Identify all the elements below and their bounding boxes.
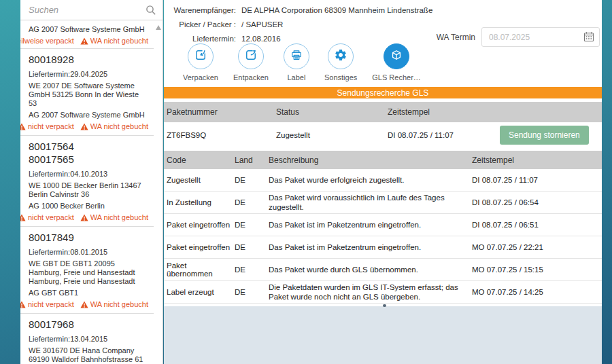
col-zeitstempel: Zeitstempel [388,107,500,117]
history-timestamp: DI 08.07.25 / 06:54 [472,198,602,206]
col-history-zeitstempel: Zeitstempel [472,156,602,165]
history-timestamp: MO 07.07.25 / 22:21 [472,243,602,251]
delivery-date: Liefertermin:29.04.2025 [29,70,148,79]
delivery-numbers: 80017849 [29,231,148,244]
warning-badge: nicht verpackt [20,213,74,222]
toolbar-button-entpacken[interactable]: Entpacken [233,43,269,81]
delivery-header: Warenempfänger: DE ALPHA Corporation 683… [164,0,602,42]
delivery-list-item[interactable]: 80018928Liefertermin:29.04.2025WE 2007 D… [20,49,154,136]
pack-into-box-icon [194,48,207,65]
history-table: Code Land Beschreibung Zeitstempel Zuges… [164,151,602,304]
toolbar-button-label: Label [288,73,306,81]
warning-triangle-icon [20,123,26,130]
printer-icon [290,48,303,65]
history-table-body: ZugestelltDEDas Paket wurde erfolgreich … [164,169,602,304]
ship-to-address: WE GBT DE GBT1 20095 Hamburg, Freie und … [29,259,148,286]
delivery-sidebar: AG 2007 Software Systeme GmbHteilweise v… [20,0,163,364]
toolbar-button-verpacken[interactable]: Verpacken [183,43,218,81]
ware-recipient-value: DE ALPHA Corporation 68309 Mannheim Lind… [241,3,432,18]
gear-icon [334,48,347,65]
warning-badge: WA nicht gebucht [80,300,148,309]
history-row: Label erzeugtDEDie Paketdaten wurden im … [164,281,602,304]
scroll-up-arrow-icon[interactable] [156,25,161,30]
warning-badge: WA nicht gebucht [80,122,148,131]
history-description: Das Paket wurde durch GLS übernommen. [269,265,472,274]
history-description: Das Paket wird voraussichtlich im Laufe … [269,193,472,212]
search-icon[interactable] [146,5,156,16]
picker-packer-value: / SAPUSER [241,18,283,32]
col-code: Code [167,156,235,165]
shipment-table-header: Paketnummer Status Zeitstempel [164,102,602,122]
delivery-numbers: 8001756480017565 [29,140,148,166]
history-timestamp: DI 08.07.25 / 11:07 [472,176,602,184]
warning-triangle-icon [80,214,88,221]
warning-badge: teilweise verpackt [20,37,74,46]
delivery-date: Liefertermin:08.01.2015 [29,248,148,257]
warning-badge: nicht verpackt [20,300,74,309]
history-row: Paket übernommenDEDas Paket wurde durch … [164,259,602,281]
toolbar-button-label: Sonstiges [324,73,357,81]
warning-triangle-icon [20,214,26,221]
toolbar-button-gls-recher[interactable]: GLS Recher… [372,43,421,81]
warning-row: nicht verpacktWA nicht gebucht [29,300,148,309]
warning-badge: WA nicht gebucht [80,213,148,222]
content-footer-area [164,306,602,364]
liefertermin-label: Liefertermin: [164,32,236,46]
history-timestamp: MO 07.07.25 / 14:25 [472,288,602,296]
shipment-panel: Warenempfänger: DE ALPHA Corporation 683… [164,0,602,364]
ware-recipient-label: Warenempfänger: [164,3,236,18]
search-input[interactable] [20,0,163,20]
delivery-numbers: 80018928 [29,53,148,66]
gls-parcel-icon [390,48,403,65]
history-code: Paket übernommen [167,261,235,278]
picker-packer-label: Picker / Packer : [164,18,236,32]
warning-triangle-icon [80,37,88,45]
toolbar-button-label: Verpacken [183,73,218,81]
delivery-date: Liefertermin:13.04.2015 [29,335,148,344]
history-description: Das Paket wurde erfolgreich zugestellt. [269,175,472,185]
history-row: ZugestelltDEDas Paket wurde erfolgreich … [164,169,602,192]
col-status: Status [276,107,388,117]
delivery-list-item[interactable]: 8001756480017565Liefertermin:04.10.2013W… [20,136,154,227]
history-code: In Zustellung [167,198,235,206]
sold-to-party: AG 2007 Software Systeme GmbH [29,25,148,34]
warning-triangle-icon [80,301,88,308]
sold-to-party: AG GBT GBT1 [29,289,148,297]
history-timestamp: DI 08.07.25 / 06:51 [472,221,602,229]
delivery-list-item[interactable]: AG 2007 Software Systeme GmbHteilweise v… [20,21,154,49]
history-land: DE [235,221,269,229]
delivery-list-item[interactable]: 80017849Liefertermin:08.01.2015WE GBT DE… [20,227,154,314]
toolbar-button-sonstiges[interactable]: Sonstiges [324,43,357,81]
warning-badge: nicht verpackt [20,122,74,131]
delivery-list-item[interactable]: 80017968Liefertermin:13.04.2015WE 301670… [20,314,154,364]
warning-row: nicht verpacktWA nicht gebucht [29,122,148,131]
warning-triangle-icon [20,301,26,308]
toolbar-button-label: GLS Recher… [372,73,421,81]
history-table-header: Code Land Beschreibung Zeitstempel [164,151,602,169]
warning-row: nicht verpacktWA nicht gebucht [29,213,148,222]
sold-to-party: AG 2007 Software Systeme GmbH [29,111,148,120]
sidebar-scrollbar[interactable] [154,21,163,364]
wa-termin-field: WA Termin [437,27,600,47]
status-value: Zugestellt [276,131,388,139]
delivery-numbers: 80017968 [29,318,148,331]
ship-to-address: WE 1000 DE Becker Berlin 13467 Berlin Ca… [29,181,148,199]
liefertermin-value: 12.08.2016 [241,32,281,46]
wa-termin-input[interactable] [481,27,600,47]
delivery-date: Liefertermin:04.10.2013 [29,170,148,179]
toolbar-button-label[interactable]: Label [284,43,309,81]
calendar-icon[interactable] [583,31,594,42]
col-beschreibung: Beschreibung [269,156,472,165]
history-code: Paket eingetroffen [167,243,235,251]
shipment-table: Paketnummer Status Zeitstempel ZT6FBS9Q … [164,102,602,147]
resize-handle[interactable] [383,304,386,307]
warning-row: teilweise verpacktWA nicht gebucht [29,37,148,46]
delivery-list: AG 2007 Software Systeme GmbHteilweise v… [20,21,154,364]
warning-badge: WA nicht gebucht [80,37,148,46]
history-row: In ZustellungDEDas Paket wird voraussich… [164,192,602,214]
unpack-out-of-box-icon [244,48,258,65]
history-description: Die Paketdaten wurden im GLS IT-System e… [269,283,472,302]
gls-search-banner: Sendungsrecherche GLS [164,87,602,98]
search-bar [20,0,163,20]
cancel-shipment-button[interactable]: Sendung stornieren [500,126,589,145]
